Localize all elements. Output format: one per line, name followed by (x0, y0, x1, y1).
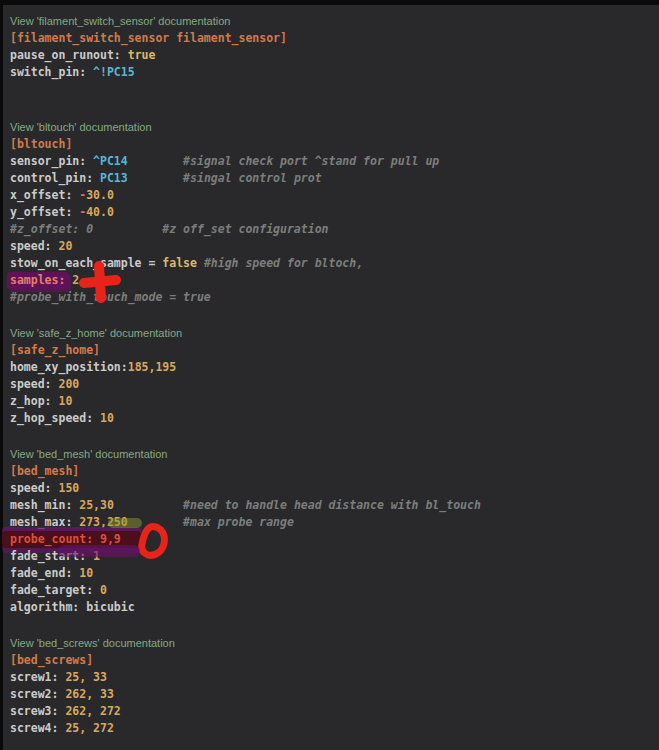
code-token: algorithm: bicubic (10, 600, 135, 614)
code-line: speed: 20 (10, 238, 659, 255)
code-token: fade_end: (10, 566, 79, 580)
code-line: speed: 200 (10, 376, 659, 393)
code-token: 25, 33 (65, 670, 107, 684)
config-section: View 'bed_mesh' documentation[bed_mesh]s… (10, 446, 659, 616)
code-token: z_hop: (10, 394, 58, 408)
code-token: 262, 272 (65, 704, 120, 718)
code-token: PC13 (100, 171, 128, 185)
code-line: screw4: 25, 272 (10, 720, 659, 737)
code-token: screw4: (10, 721, 65, 735)
code-token: [bltouch] (10, 137, 72, 151)
code-token: [filament_switch_sensor filament_sensor] (10, 31, 287, 45)
code-token: fade_start: (10, 549, 93, 563)
code-line: x_offset: -30.0 (10, 187, 659, 204)
code-line: #z_offset: 0 #z off_set configuration (10, 221, 659, 238)
code-token: true (128, 48, 156, 62)
code-token: mesh_max: (10, 515, 79, 529)
code-line: z_hop_speed: 10 (10, 410, 659, 427)
code-token: #high speed for bltoch, (197, 256, 363, 270)
code-token: #need to handle head distance with bl_to… (114, 498, 481, 512)
code-token: mesh_min: (10, 498, 79, 512)
code-token: switch_pin: (10, 65, 93, 79)
code-token: 150 (58, 481, 79, 495)
code-token: #probe_with_touch_mode = true (10, 290, 211, 304)
code-token: 262, 33 (65, 687, 113, 701)
code-token: [bed_mesh] (10, 464, 79, 478)
code-line: pause_on_runout: true (10, 47, 659, 64)
code-line: [bltouch] (10, 136, 659, 153)
config-section: View 'safe_z_home' documentation[safe_z_… (10, 325, 659, 427)
code-token: z_hop_speed: (10, 411, 100, 425)
code-line: fade_end: 10 (10, 565, 659, 582)
code-token: sensor_pin: (10, 154, 93, 168)
code-token: #signal check port ^stand for pull up (128, 154, 440, 168)
code-token: 200 (58, 377, 79, 391)
code-line: control_pin: PC13 #singal control prot (10, 170, 659, 187)
editor-window: View 'filament_switch_sensor' documentat… (0, 0, 659, 750)
code-line: mesh_max: 273,250 #max probe range (10, 514, 659, 531)
code-token: samples: (7, 272, 69, 289)
code-token: y_offset: (10, 205, 79, 219)
code-token: 40.0 (86, 205, 114, 219)
code-line: sensor_pin: ^PC14 #signal check port ^st… (10, 153, 659, 170)
code-token: stow_on_each_sample = (10, 256, 162, 270)
code-line: algorithm: bicubic (10, 599, 659, 616)
code-line: screw2: 262, 33 (10, 686, 659, 703)
codelens-view-documentation-link[interactable]: View 'bltouch' documentation (10, 119, 659, 136)
code-token: home_xy_position: (10, 360, 128, 374)
code-line: home_xy_position:185,195 (10, 359, 659, 376)
code-token: 25,30 (79, 498, 114, 512)
code-line: screw1: 25, 33 (10, 669, 659, 686)
code-token: ^PC14 (93, 154, 128, 168)
code-token: speed: (10, 481, 58, 495)
config-section: View 'bed_screws' documentation[bed_scre… (10, 635, 659, 737)
code-line: y_offset: -40.0 (10, 204, 659, 221)
code-line: mesh_min: 25,30 #need to handle head dis… (10, 497, 659, 514)
code-token: 2 (72, 273, 79, 287)
codelens-view-documentation-link[interactable]: View 'filament_switch_sensor' documentat… (10, 13, 659, 30)
code-token: 20 (58, 239, 72, 253)
codelens-view-documentation-link[interactable]: View 'bed_mesh' documentation (10, 446, 659, 463)
code-line: [filament_switch_sensor filament_sensor] (10, 30, 659, 47)
code-token: 185,195 (128, 360, 176, 374)
code-editor-pane[interactable]: View 'filament_switch_sensor' documentat… (3, 5, 659, 750)
code-token: screw1: (10, 670, 65, 684)
code-token: 10 (79, 566, 93, 580)
code-token: false (162, 256, 197, 270)
config-sections-container: View 'filament_switch_sensor' documentat… (10, 13, 659, 737)
code-line: probe_count: 9,9 (10, 531, 659, 548)
code-line: [safe_z_home] (10, 342, 659, 359)
codelens-view-documentation-link[interactable]: View 'safe_z_home' documentation (10, 325, 659, 342)
code-line: stow_on_each_sample = false #high speed … (10, 255, 659, 272)
config-section: View 'bltouch' documentation[bltouch]sen… (10, 119, 659, 306)
code-token: [safe_z_home] (10, 343, 100, 357)
code-line: samples: 2 (10, 272, 659, 289)
code-token: control_pin: (10, 171, 100, 185)
code-token: speed: (10, 239, 58, 253)
code-token: #singal control prot (128, 171, 322, 185)
code-token: ^!PC15 (93, 65, 135, 79)
code-token: x_offset: (10, 188, 79, 202)
code-token: 30.0 (86, 188, 114, 202)
code-token: 10 (100, 411, 114, 425)
code-token: #max probe range (128, 515, 294, 529)
code-line: switch_pin: ^!PC15 (10, 64, 659, 81)
code-token: screw2: (10, 687, 65, 701)
code-line: fade_start: 1 (10, 548, 659, 565)
code-token: screw3: (10, 704, 65, 718)
code-line: [bed_mesh] (10, 463, 659, 480)
code-token: 1 (93, 549, 100, 563)
code-token: speed: (10, 377, 58, 391)
code-token: 0 (100, 583, 107, 597)
code-token: fade_target: (10, 583, 100, 597)
code-token: 25, 272 (65, 721, 113, 735)
code-token: [bed_screws] (10, 653, 93, 667)
code-line: [bed_screws] (10, 652, 659, 669)
codelens-view-documentation-link[interactable]: View 'bed_screws' documentation (10, 635, 659, 652)
code-line: speed: 150 (10, 480, 659, 497)
code-line: screw3: 262, 272 (10, 703, 659, 720)
config-section: View 'filament_switch_sensor' documentat… (10, 13, 659, 81)
code-line: #probe_with_touch_mode = true (10, 289, 659, 306)
code-token: pause_on_runout: (10, 48, 128, 62)
code-token: #z_offset: 0 #z off_set configuration (10, 222, 329, 236)
